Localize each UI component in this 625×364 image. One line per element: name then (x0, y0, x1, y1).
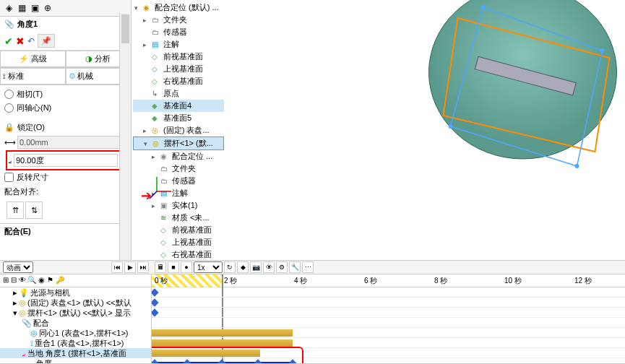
subtab-standard[interactable]: ⟟ 标准 (0, 68, 66, 84)
align-aligned-button[interactable]: ⇈ (7, 202, 24, 219)
feature-tree[interactable]: ▾◉配合定位 (默认) ... ▸🗀文件夹 🗀传感器 ▸▤注解 ◇前视基准面 ◇… (132, 0, 225, 260)
wrench-button[interactable]: 🔧 (289, 261, 301, 273)
flip-checkbox[interactable] (4, 173, 14, 182)
tab-config-icon[interactable]: ▦ (16, 2, 27, 14)
anim-play-button[interactable]: ▶ (124, 261, 136, 273)
svg-line-14 (150, 191, 157, 199)
stop-button[interactable]: ■ (168, 261, 179, 273)
tab-advanced[interactable]: ⚡ 高级 (0, 51, 66, 67)
angle-icon: ⦟ (8, 156, 12, 165)
anim-mode-select[interactable]: 动画 (3, 261, 33, 273)
cam-button[interactable]: 📷 (250, 261, 262, 273)
speed-select[interactable]: 1x (194, 261, 223, 273)
tab-assembly-icon[interactable]: ◈ (3, 2, 14, 14)
more-button[interactable]: ⋯ (302, 261, 314, 273)
angle-input[interactable] (14, 154, 118, 167)
tab-display-icon[interactable]: ▣ (29, 2, 40, 14)
push-pin-button[interactable]: 📌 (38, 34, 55, 48)
cancel-button[interactable]: ✖ (16, 35, 25, 47)
svg-point-2 (481, 5, 486, 9)
concentric-radio[interactable] (4, 103, 14, 113)
svg-point-3 (600, 48, 605, 53)
3d-viewport[interactable]: Y X (225, 0, 625, 260)
feature-name: 角度1 (17, 19, 38, 30)
tab-target-icon[interactable]: ⊕ (42, 2, 53, 14)
undo-button[interactable]: ↶ (27, 36, 35, 46)
left-scrollbar[interactable] (121, 14, 129, 43)
ok-button[interactable]: ✔ (4, 35, 13, 47)
key-button[interactable]: ◆ (237, 261, 249, 273)
timeline-tree[interactable]: ⊞ ⊟ 👁 🔍 ◉ ⚑ 🔑 ▸💡光源与相机 ▸◎(固定) 表盘<1> (默认) … (0, 274, 152, 363)
distance-input[interactable] (17, 136, 121, 149)
loop-button[interactable]: ↻ (224, 261, 236, 273)
lock-icon: 🔒 (4, 123, 14, 132)
mate-icon: 📎 (4, 20, 14, 29)
mates-section-header[interactable]: 配合(E) ˅ (0, 223, 131, 239)
distance-icon: ⟷ (4, 138, 16, 147)
view-button[interactable]: 👁 (263, 261, 275, 273)
timeline-tracks[interactable]: 0 秒 2 秒 4 秒 6 秒 8 秒 10 秒 12 秒 (152, 274, 625, 363)
svg-point-4 (575, 164, 579, 168)
opposite-radio[interactable] (4, 90, 14, 99)
calc-button[interactable]: 🖩 (155, 261, 166, 273)
alignment-label: 配合对齐: (4, 184, 126, 199)
align-anti-button[interactable]: ⇅ (25, 202, 43, 219)
svg-point-5 (449, 124, 453, 129)
rec-button[interactable]: ● (181, 261, 192, 273)
anim-start-button[interactable]: ⏮ (111, 261, 123, 273)
anim-end-button[interactable]: ⏭ (137, 261, 149, 273)
gear-button[interactable]: ⚙ (276, 261, 288, 273)
